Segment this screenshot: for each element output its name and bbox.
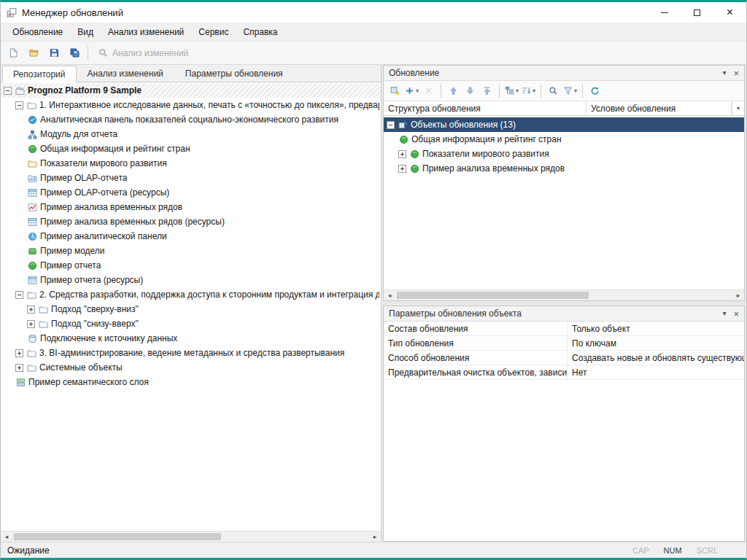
grouping-button[interactable]: ▾ [503, 82, 520, 99]
update-panel-title: Обновление [389, 68, 439, 78]
expander-minus-icon[interactable] [15, 101, 23, 109]
property-row[interactable]: Предварительная очистка объектов, зависи… [384, 365, 744, 380]
property-name: Способ обновления [384, 351, 568, 365]
repository-hscrollbar[interactable]: ◂ ▸ [1, 531, 381, 542]
panel-close-button[interactable]: × [733, 69, 739, 78]
minimize-button[interactable] [648, 2, 681, 23]
sort-button[interactable]: ▾ [520, 82, 537, 99]
expander-minus-icon[interactable] [4, 87, 12, 95]
tree-row[interactable]: Prognoz Platform 9 Sample [1, 83, 381, 98]
panel-menu-button[interactable]: ▾ [722, 310, 726, 317]
add-button[interactable]: ▾ [403, 82, 420, 99]
expander-plus-icon[interactable] [27, 320, 35, 328]
tree-row[interactable]: 1. Интерактивное исследование данных, пе… [1, 98, 381, 112]
tree-row[interactable]: Подключение к источнику данных [1, 331, 381, 346]
tree-row[interactable]: Пример анализа временных рядов [1, 200, 381, 214]
maximize-button[interactable] [681, 2, 713, 23]
menu-item-3[interactable]: Анализ изменений [101, 23, 191, 41]
property-name: Тип обновления [384, 336, 568, 350]
scroll-right-button[interactable]: ▸ [369, 532, 381, 542]
tree-row[interactable]: Модуль для отчета [1, 127, 381, 141]
move-up-button[interactable] [445, 82, 462, 99]
tree-label: Показатели мирового развития [422, 149, 549, 159]
expander-plus-icon[interactable] [15, 364, 23, 372]
dropdown-caret-icon: ▾ [516, 88, 519, 94]
tree-row[interactable]: Пример аналитической панели [1, 229, 381, 244]
column-filter-button[interactable]: ▾ [732, 101, 744, 115]
delete-button[interactable] [420, 82, 437, 99]
tree-row[interactable]: 2. Средства разработки, поддержка доступ… [1, 287, 381, 302]
tree-label: Показатели мирового развития [40, 158, 167, 168]
property-grid: Состав обновленияТолько объектТип обновл… [384, 322, 744, 541]
tree-row[interactable]: Объекты обновления (13) [384, 117, 744, 132]
tree-row[interactable]: Пример отчета (ресурсы) [1, 273, 381, 287]
tree-row[interactable]: Подход "сверху-вниз" [1, 302, 381, 316]
tree-row[interactable]: 3. BI-администрирование, ведение метадан… [1, 346, 381, 360]
close-button[interactable]: × [713, 2, 746, 23]
tree-row[interactable]: Подход "снизу-вверх" [1, 316, 381, 331]
tree-row[interactable]: Пример отчета [1, 258, 381, 273]
main-area: РепозиторийАнализ измененийПараметры обн… [1, 65, 746, 542]
refresh-button[interactable] [587, 82, 603, 99]
indicator-cap: CAP [632, 546, 649, 555]
indicator-num: NUM [664, 546, 682, 555]
scroll-left-button[interactable]: ◂ [384, 290, 395, 300]
tree-row[interactable]: Общая информация и рейтинг стран [1, 141, 381, 156]
expander-minus-icon[interactable] [15, 291, 23, 299]
menu-item-2[interactable]: Вид [70, 23, 101, 41]
semantic-layer-icon [15, 377, 26, 387]
expander-plus-icon[interactable] [398, 165, 406, 173]
analysis-button[interactable]: Анализ изменений [92, 44, 194, 63]
menu-item-5[interactable]: Справка [236, 23, 285, 41]
scroll-thumb[interactable] [14, 533, 221, 540]
filter-button[interactable]: ▾ [562, 82, 578, 99]
resources-icon [27, 217, 37, 227]
tree-row[interactable]: Пример анализа временных рядов (ресурсы) [1, 214, 381, 229]
panel-close-button[interactable]: × [733, 309, 739, 319]
tree-row[interactable]: Пример OLAP-отчета [1, 171, 381, 185]
tab-2[interactable]: Анализ изменений [77, 65, 174, 82]
scroll-track[interactable] [12, 532, 369, 542]
move-top-button[interactable] [479, 82, 495, 99]
tree-row[interactable]: Системные объекты [1, 360, 381, 375]
scroll-track[interactable] [395, 290, 732, 300]
property-row[interactable]: Способ обновленияСоздавать новые и обнов… [384, 351, 744, 365]
tree-row[interactable]: Пример модели [1, 244, 381, 258]
save-button[interactable] [44, 44, 63, 63]
scroll-left-button[interactable]: ◂ [1, 532, 12, 542]
toolbar-separator [499, 84, 500, 98]
menu-item-4[interactable]: Сервис [191, 23, 236, 41]
tree-label: Пример отчета [40, 260, 101, 271]
expander-plus-icon[interactable] [398, 150, 406, 158]
move-down-button[interactable] [462, 82, 479, 99]
save-all-button[interactable] [65, 44, 84, 63]
open-button[interactable] [24, 44, 43, 63]
update-tree: Объекты обновления (13)Общая информация … [384, 116, 744, 289]
new-button[interactable] [4, 44, 23, 63]
tree-row[interactable]: Пример OLAP-отчета (ресурсы) [1, 185, 381, 200]
scroll-right-button[interactable]: ▸ [732, 290, 744, 300]
add-objects-button[interactable] [387, 82, 403, 99]
search-button[interactable] [545, 82, 562, 99]
tree-row[interactable]: Общая информация и рейтинг стран [384, 132, 744, 147]
tree-row[interactable]: Показатели мирового развития [1, 156, 381, 171]
tree-row[interactable]: Аналитическая панель показателей социаль… [1, 112, 381, 127]
tab-3[interactable]: Параметры обновления [174, 65, 294, 82]
report-icon [409, 149, 419, 159]
column-condition-header[interactable]: Условие обновления [587, 101, 732, 115]
resources-icon [27, 275, 37, 285]
tab-1[interactable]: Репозиторий [2, 66, 77, 82]
expander-plus-icon[interactable] [27, 306, 35, 314]
tree-row[interactable]: Пример анализа временных рядов [384, 161, 744, 176]
panel-menu-button[interactable]: ▾ [722, 69, 726, 77]
column-structure-header[interactable]: Структура обновления [384, 101, 587, 115]
scroll-thumb[interactable] [397, 292, 589, 299]
tree-row[interactable]: Показатели мирового развития [384, 147, 744, 161]
property-row[interactable]: Состав обновленияТолько объект [384, 322, 744, 336]
tree-row[interactable]: Пример семантического слоя [1, 375, 381, 389]
update-hscrollbar[interactable]: ◂ ▸ [384, 289, 744, 300]
expander-plus-icon[interactable] [15, 349, 23, 357]
property-row[interactable]: Тип обновленияПо ключам [384, 336, 744, 351]
expander-minus-icon[interactable] [387, 121, 395, 129]
menu-item-1[interactable]: Обновление [5, 23, 70, 41]
